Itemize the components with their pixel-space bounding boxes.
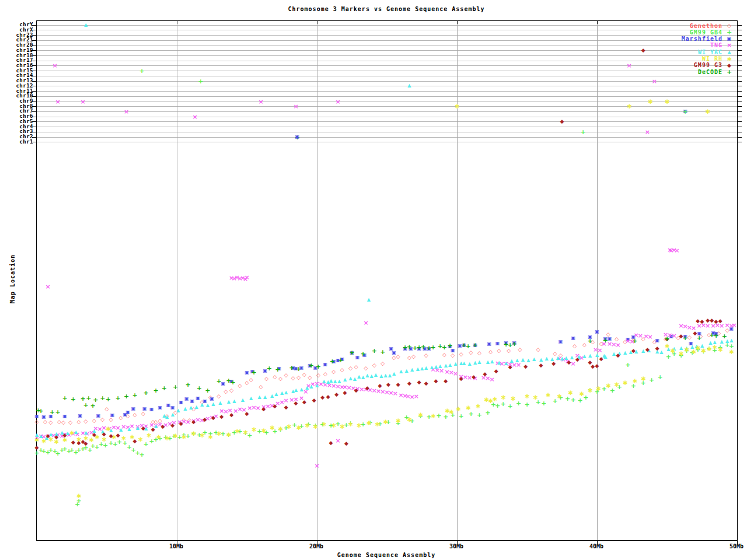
- data-point-wi-rh: ∗: [76, 492, 82, 499]
- y-axis-tick: [738, 81, 742, 82]
- data-point-genethon: ◇: [291, 376, 295, 381]
- chromosome-row-gridline: [37, 65, 737, 66]
- data-point-wi-yac: ▲: [477, 360, 481, 365]
- chromosome-row-gridline: [37, 127, 737, 127]
- y-axis-tick: [32, 127, 36, 127]
- data-point-gm99-gb4: +: [578, 397, 583, 404]
- plot-area: chrYchrXchr22chr21chr20chr19chr18chr17ch…: [36, 20, 738, 541]
- y-axis-tick: [738, 61, 742, 61]
- data-point-gm99-g3: ◆: [320, 395, 324, 400]
- chromosome-row-gridline: [37, 117, 737, 117]
- data-point-decode: +: [162, 385, 167, 391]
- data-point-wi-rh: ∗: [278, 425, 284, 432]
- data-point-wi-rh: ∗: [304, 422, 310, 429]
- data-point-gm99-g3: ◆: [434, 379, 438, 384]
- data-point-gm99-g3: ◆: [539, 363, 543, 368]
- data-point-gm99-g3: ◆: [261, 407, 266, 412]
- data-point-decode: +: [316, 363, 321, 370]
- data-point-decode: +: [421, 344, 426, 350]
- x-axis-tick-label: 10Mb: [159, 543, 194, 550]
- data-point-genethon: ◇: [407, 355, 411, 360]
- data-point-marshfield: ▣: [571, 336, 575, 341]
- data-point-wi-rh: ∗: [226, 431, 232, 438]
- data-point-gm99-g3: ◆: [102, 432, 106, 437]
- data-point-wi-yac: ▲: [270, 394, 274, 398]
- data-point-decode: +: [309, 362, 314, 369]
- y-axis-tick: [738, 117, 742, 117]
- x-axis-tick: [597, 21, 598, 24]
- data-point-tng: ×: [258, 98, 263, 104]
- data-point-wi-yac: ▲: [603, 355, 607, 359]
- data-point-decode: +: [83, 402, 88, 408]
- chromosome-row-gridline: [37, 55, 737, 56]
- chromosome-row-gridline: [37, 46, 737, 46]
- data-point-marshfield: ▣: [62, 414, 67, 419]
- data-point-decode: +: [230, 379, 235, 386]
- data-point-gm99-g3: ◆: [459, 376, 463, 382]
- data-point-decode: +: [153, 387, 158, 394]
- data-point-marshfield: ▣: [110, 413, 115, 418]
- data-point-gm99-g3: ◆: [483, 372, 487, 377]
- data-point-wi-rh: ∗: [614, 381, 620, 388]
- data-point-wi-yac: ▲: [448, 363, 452, 368]
- data-point-wi-yac: ▲: [274, 392, 278, 397]
- data-point-wi-yac: ▲: [420, 366, 424, 371]
- legend-label: TNG: [710, 42, 722, 48]
- data-point-decode: +: [603, 337, 608, 344]
- legend-marker-icon: +: [724, 29, 735, 36]
- data-point-gm99-g3: ◆: [706, 318, 710, 323]
- data-point-wi-rh: ∗: [173, 432, 179, 439]
- data-point-wi-yac: ▲: [388, 373, 392, 378]
- data-point-wi-yac: ▲: [357, 374, 361, 379]
- y-axis-tick: [738, 55, 742, 56]
- data-point-wi-rh: ∗: [374, 421, 380, 428]
- data-point-decode: +: [86, 395, 91, 401]
- data-point-decode: +: [62, 395, 67, 401]
- data-point-wi-yac: ▲: [384, 373, 388, 378]
- data-point-wi-yac: ▲: [582, 354, 586, 359]
- data-point-wi-rh: ∗: [138, 436, 144, 443]
- data-point-gm99-g3: ◆: [551, 361, 556, 366]
- legend-entry: GM99 GB4+: [690, 29, 735, 36]
- data-point-wi-rh: ∗: [406, 416, 412, 423]
- data-point-tng: ×: [46, 284, 51, 290]
- data-point-wi-rh: ∗: [670, 347, 676, 354]
- data-point-marshfield: ▣: [655, 338, 659, 343]
- data-point-decode: +: [39, 408, 44, 414]
- data-point-wi-rh: ∗: [595, 385, 601, 392]
- data-point-gm99-g3: ◆: [616, 353, 620, 358]
- data-point-gm99-g3: ◆: [219, 414, 224, 419]
- data-point-gm99-gb4: +: [508, 403, 513, 410]
- data-point-wi-rh: ∗: [366, 419, 372, 426]
- data-point-wi-rh: ∗: [339, 423, 345, 430]
- data-point-gm99-g3: ◆: [365, 386, 369, 391]
- data-point-wi-rh: ∗: [465, 404, 471, 411]
- data-point-wi-yac: ▲: [490, 359, 494, 364]
- data-point-wi-rh: ∗: [216, 430, 222, 437]
- data-point-wi-rh: ∗: [331, 422, 337, 429]
- data-point-wi-rh: ∗: [383, 418, 389, 425]
- y-axis-tick: [738, 127, 742, 127]
- data-point-wi-yac: ▲: [329, 379, 333, 383]
- data-point-wi-yac: ▲: [588, 354, 592, 358]
- data-point-genethon: ◇: [217, 394, 221, 399]
- legend-label: GM99 GB4: [690, 29, 722, 36]
- data-point-genethon: ◇: [340, 368, 344, 373]
- data-point-gm99-g3: ◆: [54, 435, 58, 440]
- data-point-genethon: ◇: [348, 366, 352, 371]
- data-point-wi-yac: ▲: [444, 363, 448, 368]
- data-point-tng: ×: [674, 247, 679, 254]
- data-point-gm99-g3: ◆: [508, 365, 512, 370]
- legend-label: Marshfield: [682, 36, 722, 42]
- data-point-gm99-g3: ◆: [567, 360, 571, 365]
- chromosome-row-gridline: [37, 76, 737, 76]
- legend-label: WI YAC: [698, 49, 722, 55]
- data-point-wi-rh: ∗: [251, 426, 257, 433]
- data-point-decode: +: [144, 390, 149, 396]
- data-point-genethon: ◇: [331, 369, 336, 374]
- data-point-gm99-g3: ◆: [229, 412, 233, 418]
- y-axis-tick: [738, 30, 742, 30]
- data-point-genethon: ◇: [92, 418, 96, 424]
- data-point-tng: ×: [627, 62, 632, 69]
- data-point-wi-yac: ▲: [206, 403, 210, 408]
